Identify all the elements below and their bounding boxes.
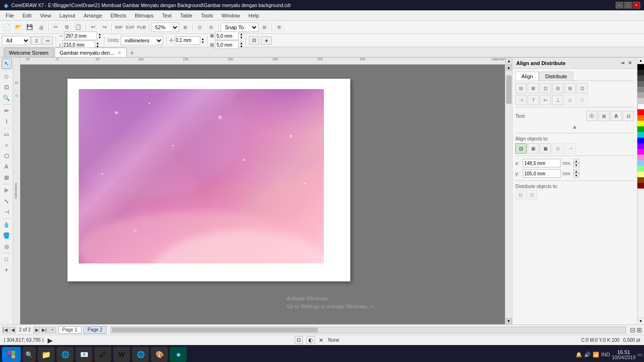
align-btn-9[interactable]: ⊢ [540, 95, 551, 105]
menu-tools[interactable]: Tools [197, 12, 217, 19]
connector-tool[interactable]: ⤡ [1, 196, 12, 206]
view-btn1[interactable]: ⊡ [195, 22, 205, 33]
ellipse-tool[interactable]: ○ [1, 140, 12, 150]
scroll-track[interactable] [506, 71, 512, 318]
table-tool[interactable]: ⊞ [1, 173, 12, 183]
undo-button[interactable]: ↩ [88, 22, 98, 33]
blend-tool[interactable]: ◎ [1, 241, 12, 252]
swatch-scroll-down[interactable]: ▼ [637, 318, 644, 324]
menu-bitmaps[interactable]: Bitmaps [131, 12, 157, 19]
swatch-pink[interactable] [637, 155, 644, 160]
x-down[interactable]: ▼ [573, 163, 579, 167]
polygon-tool[interactable]: ⬡ [1, 151, 12, 161]
open-button[interactable]: 📂 [13, 22, 24, 33]
import-button[interactable]: IMP [114, 22, 124, 33]
menu-window[interactable]: Window [218, 12, 244, 19]
align-btn-8[interactable]: ⊤ [528, 95, 539, 105]
height-up[interactable]: ▲ [96, 41, 99, 45]
swatch-green[interactable] [637, 126, 644, 132]
add-tab-button[interactable]: + [128, 49, 136, 57]
zoom-dropdown[interactable]: 52% 100% 75% 50% 25% [151, 23, 179, 32]
menu-view[interactable]: View [36, 12, 55, 19]
width-up[interactable]: ▲ [98, 33, 101, 36]
zoom-fit-button[interactable]: ⊞ [180, 22, 190, 33]
next-page-button[interactable]: ▶ [33, 327, 40, 333]
outline-tool[interactable]: □ [1, 254, 12, 264]
show-desktop-button[interactable]: ▭ [637, 352, 642, 358]
swatch-lt-yellow[interactable] [637, 172, 644, 177]
text-align-btn1[interactable]: Ⓐ [586, 111, 597, 121]
page2-tab[interactable]: Page 2 [83, 326, 107, 334]
distribute-tab[interactable]: Distribute [539, 72, 573, 81]
taskbar-file-explorer[interactable]: 📁 [38, 347, 55, 362]
ruler-scroll-up[interactable]: ▲ [505, 58, 512, 64]
add-page-nav-btn[interactable]: + [49, 327, 56, 333]
swatch-yellow[interactable] [637, 121, 644, 126]
swatch-blue[interactable] [637, 138, 644, 143]
menu-file[interactable]: File [2, 12, 18, 19]
taskbar-app3[interactable]: 🖊 [94, 347, 111, 362]
swatch-gray4[interactable] [637, 98, 644, 104]
view-btn2[interactable]: ⊟ [206, 22, 216, 33]
page1-tab[interactable]: Page 1 [58, 326, 82, 334]
shape-tool[interactable]: ◇ [1, 71, 12, 82]
x-coord-input[interactable] [523, 159, 561, 167]
print-button[interactable]: 🖨 [36, 22, 46, 33]
speaker-icon[interactable]: 🔊 [584, 352, 591, 358]
scroll-thumb[interactable] [506, 75, 512, 104]
v-down[interactable]: ▼ [239, 45, 243, 48]
options-btn[interactable]: ⚙ [274, 22, 284, 33]
paper-landscape[interactable]: ▭ [42, 36, 53, 45]
text-align-btn2[interactable]: ⊠ [598, 111, 610, 121]
zoom-out-button[interactable]: ⊟ [630, 326, 636, 334]
y-down[interactable]: ▼ [573, 173, 579, 178]
horizontal-scrollbar[interactable] [110, 327, 626, 333]
title-bar-controls[interactable]: ─ □ ✕ [616, 2, 640, 8]
save-button[interactable]: 💾 [25, 22, 35, 33]
cut-button[interactable]: ✂ [50, 22, 61, 33]
screen-mode-icon[interactable]: ⊡ [295, 336, 303, 344]
swatch-dark2[interactable] [637, 75, 644, 81]
canvas-content[interactable]: Activate Windows Go to Settings to activ… [20, 65, 505, 324]
v-input[interactable] [215, 41, 239, 49]
width-down[interactable]: ▼ [98, 36, 101, 39]
measure-tool[interactable]: ⊣ [1, 207, 12, 217]
close-button[interactable]: ✕ [633, 2, 640, 8]
swatch-gray2[interactable] [637, 87, 644, 92]
first-page-button[interactable]: |◀ [2, 327, 8, 333]
maximize-button[interactable]: □ [624, 2, 632, 8]
new-button[interactable]: 📄 [2, 22, 12, 33]
swatch-gray1[interactable] [637, 81, 644, 87]
fill-tool[interactable]: 🪣 [1, 230, 12, 241]
x-up[interactable]: ▲ [573, 159, 579, 163]
select-tool[interactable]: ↖ [1, 58, 12, 69]
swatch-orange[interactable] [637, 115, 644, 121]
document-tab[interactable]: Gambar menyatu den... ✕ [55, 48, 127, 57]
play-button[interactable]: ▶ [48, 337, 53, 344]
nudge-input[interactable] [174, 36, 200, 45]
crop-tool[interactable]: ⊡ [1, 82, 12, 92]
zoom-tool[interactable]: 🔍 [1, 93, 12, 103]
panel-close-button[interactable]: ✕ [627, 60, 633, 66]
align-right-edges[interactable]: ⊡ [540, 83, 551, 93]
welcome-tab[interactable]: Welcome Screen [4, 48, 54, 57]
swatch-white[interactable] [637, 104, 644, 109]
align-btn-7[interactable]: ⊣ [515, 95, 527, 105]
align-bottom-edges[interactable]: ⊡ [577, 83, 588, 93]
swatch-red[interactable] [637, 109, 644, 115]
start-button[interactable] [2, 347, 21, 362]
align-left-edges[interactable]: ⊟ [515, 83, 527, 93]
color-mode-icon[interactable]: ◐ [306, 336, 315, 344]
swatch-scroll-up[interactable]: ▲ [637, 58, 644, 64]
menu-table[interactable]: Table [176, 12, 196, 19]
paste-button[interactable]: 📋 [73, 22, 83, 33]
align-center-v[interactable]: ⊞ [564, 83, 576, 93]
rect-tool[interactable]: ▭ [1, 129, 12, 140]
taskbar-browser1[interactable]: 🌐 [57, 347, 74, 362]
nudge-down[interactable]: ▼ [201, 41, 205, 44]
nudge-up[interactable]: ▲ [201, 37, 205, 41]
menu-text[interactable]: Text [158, 12, 175, 19]
redo-button[interactable]: ↪ [99, 22, 109, 33]
swatch-brown[interactable] [637, 177, 644, 183]
swatch-gray3[interactable] [637, 92, 644, 98]
